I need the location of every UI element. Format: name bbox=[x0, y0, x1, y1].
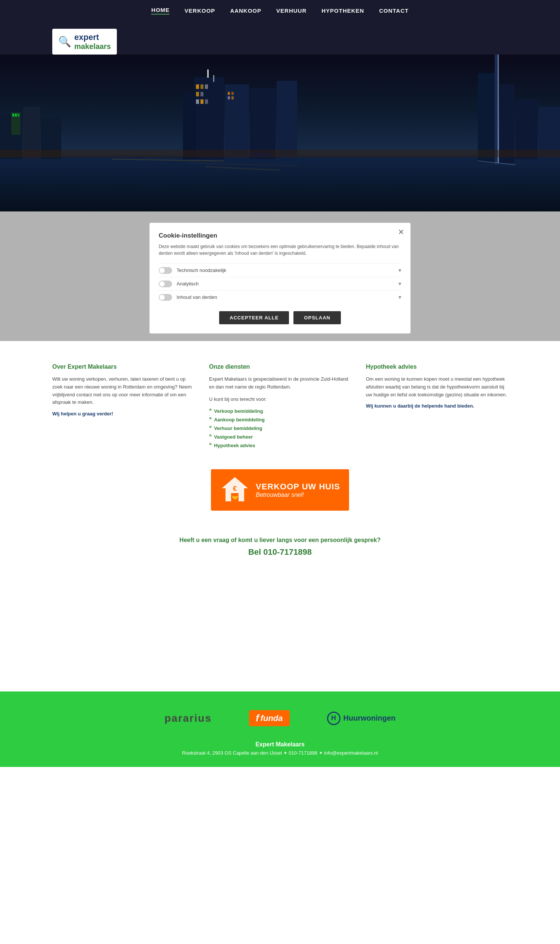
logo-expert: expert bbox=[74, 32, 111, 42]
svg-rect-6 bbox=[12, 114, 14, 117]
service-item-3[interactable]: Verhuur bemiddeling bbox=[209, 425, 351, 432]
svg-rect-11 bbox=[183, 92, 196, 159]
col1-bold: Wij helpen u graag verder! bbox=[52, 411, 194, 416]
svg-rect-17 bbox=[200, 85, 203, 89]
verkoop-sub-text: Betrouwbaar snel! bbox=[256, 492, 340, 498]
cookie-row-derden: Inhoud van derden ▾ bbox=[158, 290, 402, 304]
cookie-close-button[interactable]: ✕ bbox=[398, 227, 404, 236]
col1-title: Over Expert Makelaars bbox=[52, 364, 194, 370]
house-icon: € 🤝 bbox=[220, 475, 250, 505]
nav-verhuur[interactable]: VERHUUR bbox=[276, 8, 306, 14]
svg-rect-26 bbox=[498, 54, 499, 163]
footer: pararius f funda H Huurwoningen Expert M… bbox=[0, 691, 560, 767]
cookie-label-derden: Inhoud van derden bbox=[177, 295, 217, 300]
svg-rect-22 bbox=[200, 99, 203, 104]
save-button[interactable]: OPSLAAN bbox=[294, 311, 341, 324]
svg-rect-12 bbox=[250, 88, 276, 159]
service-list: Verkoop bemiddeling Aankoop bemiddeling … bbox=[209, 407, 351, 449]
main-content: Over Expert Makelaars Wilt uw woning ver… bbox=[0, 341, 560, 691]
verkoop-text-area: VERKOOP UW HUIS Betrouwbaar snel! bbox=[256, 482, 340, 498]
verkoop-banner: € 🤝 VERKOOP UW HUIS Betrouwbaar snel! bbox=[52, 469, 508, 511]
svg-rect-19 bbox=[196, 92, 199, 96]
service-item-1[interactable]: Verkoop bemiddeling bbox=[209, 407, 351, 414]
svg-rect-33 bbox=[231, 96, 234, 99]
huurwoningen-text: Huurwoningen bbox=[343, 714, 396, 722]
svg-rect-14 bbox=[207, 69, 209, 78]
cookie-label-technical: Technisch noodzakelijk bbox=[177, 267, 226, 273]
col2-intro: Expert Makelaars is gespecialiseerd in d… bbox=[209, 375, 351, 391]
funda-logo[interactable]: f funda bbox=[249, 710, 290, 726]
svg-rect-13 bbox=[277, 81, 297, 159]
cookie-row-analytical: Analytisch ▾ bbox=[158, 277, 402, 290]
service-item-2[interactable]: Aankoop bemiddeling bbox=[209, 416, 351, 423]
nav-contact[interactable]: CONTACT bbox=[379, 8, 408, 14]
cookie-modal: ✕ Cookie-instellingen Deze website maakt… bbox=[149, 223, 411, 333]
nav-home[interactable]: HOME bbox=[151, 7, 169, 15]
verkoop-box[interactable]: € 🤝 VERKOOP UW HUIS Betrouwbaar snel! bbox=[211, 469, 349, 511]
svg-rect-16 bbox=[196, 85, 199, 89]
svg-rect-18 bbox=[205, 85, 208, 89]
cookie-toggle-derden[interactable] bbox=[158, 294, 172, 301]
svg-rect-23 bbox=[205, 99, 208, 104]
service-item-5[interactable]: Hypotheek advies bbox=[209, 442, 351, 449]
hero-image bbox=[0, 54, 560, 211]
verkoop-main-text: VERKOOP UW HUIS bbox=[256, 482, 340, 492]
footer-address: Roekstraat 4, 2903 GS Capelle aan den IJ… bbox=[0, 750, 560, 756]
col1-text: Wilt uw woning verkopen, verhuren, laten… bbox=[52, 375, 194, 406]
accept-all-button[interactable]: ACCEPTEER ALLE bbox=[219, 311, 289, 324]
cookie-buttons: ACCEPTEER ALLE OPSLAAN bbox=[158, 311, 402, 324]
logo-makelaars: makelaars bbox=[74, 42, 111, 51]
footer-info: Expert Makelaars Roekstraat 4, 2903 GS C… bbox=[0, 741, 560, 756]
col2-sub: U kunt bij ons terecht voor: bbox=[209, 396, 351, 403]
svg-rect-25 bbox=[495, 54, 498, 165]
cookie-toggle-analytical[interactable] bbox=[158, 281, 172, 287]
svg-rect-24 bbox=[478, 73, 495, 163]
chevron-down-icon[interactable]: ▾ bbox=[398, 267, 402, 274]
chevron-down-icon-3[interactable]: ▾ bbox=[398, 294, 402, 301]
service-item-4[interactable]: Vastgoed beheer bbox=[209, 433, 351, 440]
col-hypotheek: Hypotheek advies Om een woning te kunnen… bbox=[366, 364, 508, 450]
pararius-logo[interactable]: pararius bbox=[164, 713, 212, 724]
svg-rect-7 bbox=[15, 114, 17, 117]
col3-bold: Wij kunnen u daarbij de helpende hand bi… bbox=[366, 403, 508, 409]
svg-text:🤝: 🤝 bbox=[231, 495, 238, 501]
col-about: Over Expert Makelaars Wilt uw woning ver… bbox=[52, 364, 194, 450]
navigation: HOME VERKOOP AANKOOP VERHUUR HYPOTHEKEN … bbox=[0, 0, 560, 21]
cookie-label-analytical: Analytisch bbox=[177, 281, 198, 287]
footer-company-name: Expert Makelaars bbox=[0, 741, 560, 748]
svg-point-39 bbox=[250, 153, 272, 157]
three-column-section: Over Expert Makelaars Wilt uw woning ver… bbox=[52, 364, 508, 450]
cookie-row-technical: Technisch noodzakelijk ▾ bbox=[158, 263, 402, 277]
content-spacer bbox=[52, 572, 508, 669]
col3-text: Om een woning te kunnen kopen moet u mee… bbox=[366, 375, 508, 399]
nav-hypotheken[interactable]: HYPOTHEKEN bbox=[322, 8, 364, 14]
nav-aankoop[interactable]: AANKOOP bbox=[230, 8, 262, 14]
svg-rect-9 bbox=[194, 77, 224, 159]
cta-section: Heeft u een vraag of komt u liever langs… bbox=[52, 526, 508, 572]
svg-rect-20 bbox=[200, 92, 203, 96]
cookie-title: Cookie-instellingen bbox=[158, 232, 402, 239]
nav-verkoop[interactable]: VERKOOP bbox=[185, 8, 215, 14]
col3-title: Hypotheek advies bbox=[366, 364, 508, 370]
cookie-description: Deze website maakt gebruik van cookies o… bbox=[158, 243, 402, 257]
logo[interactable]: 🔍 expert makelaars bbox=[52, 29, 117, 54]
col-services: Onze diensten Expert Makelaars is gespec… bbox=[209, 364, 351, 450]
footer-logos: pararius f funda H Huurwoningen bbox=[0, 710, 560, 726]
cookie-toggle-technical[interactable] bbox=[158, 267, 172, 274]
svg-text:€: € bbox=[233, 485, 237, 492]
svg-rect-1 bbox=[0, 156, 560, 211]
cta-phone[interactable]: Bel 010-7171898 bbox=[52, 547, 508, 557]
svg-rect-8 bbox=[17, 114, 19, 117]
chevron-down-icon-2[interactable]: ▾ bbox=[398, 280, 402, 287]
logo-area: 🔍 expert makelaars bbox=[0, 21, 560, 54]
cta-question: Heeft u een vraag of komt u liever langs… bbox=[52, 537, 508, 543]
huurwoningen-logo[interactable]: H Huurwoningen bbox=[327, 712, 396, 725]
col2-title: Onze diensten bbox=[209, 364, 351, 370]
svg-rect-34 bbox=[0, 150, 560, 157]
huurwoningen-icon: H bbox=[327, 712, 340, 725]
cookie-overlay: ✕ Cookie-instellingen Deze website maakt… bbox=[0, 211, 560, 341]
svg-rect-32 bbox=[228, 96, 230, 99]
svg-rect-31 bbox=[231, 92, 234, 95]
svg-rect-21 bbox=[196, 99, 199, 104]
svg-rect-30 bbox=[228, 92, 230, 95]
